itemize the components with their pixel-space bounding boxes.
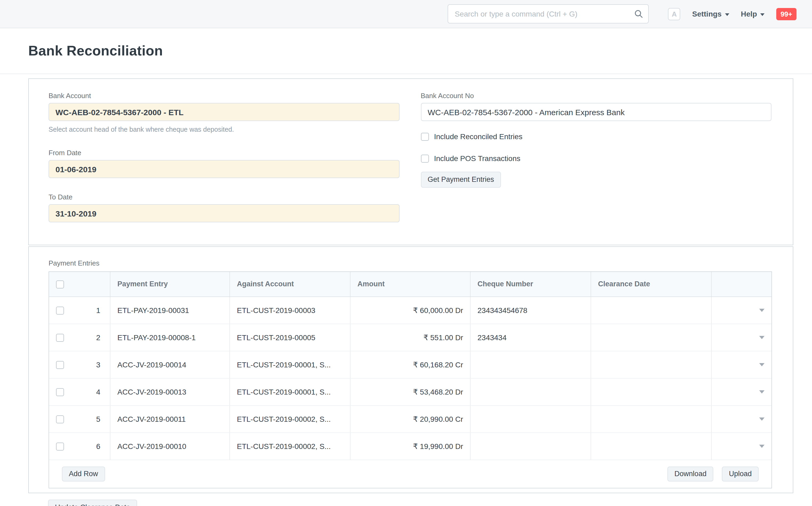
row-actions-cell [711, 324, 771, 351]
cheque-number-cell[interactable] [470, 433, 591, 459]
payment-entry-cell[interactable]: ETL-PAY-2019-00031 [110, 297, 229, 324]
amount-cell[interactable]: ₹ 60,000.00 Dr [350, 297, 470, 324]
include-pos-row: Include POS Transactions [421, 154, 771, 163]
bank-account-input[interactable] [49, 103, 399, 121]
cheque-number-cell[interactable] [470, 351, 591, 378]
row-index: 5 [96, 406, 100, 432]
include-reconciled-row: Include Reconciled Entries [421, 132, 771, 141]
payment-entry-cell[interactable]: ETL-PAY-2019-00008-1 [110, 324, 229, 351]
clearance-date-cell[interactable] [591, 406, 711, 432]
row-index: 1 [96, 297, 100, 324]
table-row: 6 ACC-JV-2019-00010 ETL-CUST-2019-00002,… [49, 433, 771, 460]
grid-header-row: Payment Entry Against Account Amount Che… [49, 272, 771, 297]
row-index: 3 [96, 351, 100, 378]
row-expand-chevron-icon[interactable] [759, 390, 764, 394]
settings-menu[interactable]: Settings [692, 10, 729, 18]
row-actions-cell [711, 351, 771, 378]
page-header: Bank Reconciliation [0, 28, 812, 74]
col-header-actions [711, 272, 771, 297]
row-actions-cell [711, 433, 771, 459]
row-checkbox[interactable] [56, 442, 64, 450]
to-date-input[interactable] [49, 204, 399, 223]
cheque-number-cell[interactable]: 234343454678 [470, 297, 591, 324]
amount-cell[interactable]: ₹ 60,168.20 Cr [350, 351, 470, 378]
grid-body: 1 ETL-PAY-2019-00031 ETL-CUST-2019-00003… [49, 297, 771, 460]
help-menu[interactable]: Help [741, 10, 764, 18]
col-header-against-account: Against Account [229, 272, 350, 297]
row-select-cell: 6 [49, 433, 110, 459]
bank-reconciliation-screen: A Settings Help 99+ Bank Reconciliation … [0, 0, 812, 506]
row-checkbox[interactable] [56, 361, 64, 369]
page-title: Bank Reconciliation [28, 43, 163, 59]
bank-account-label: Bank Account [49, 92, 399, 100]
bank-account-no-input[interactable] [421, 103, 771, 121]
payment-entries-grid: Payment Entry Against Account Amount Che… [49, 271, 772, 488]
payment-entries-label: Payment Entries [49, 259, 772, 267]
payment-entry-cell[interactable]: ACC-JV-2019-00013 [110, 378, 229, 405]
row-expand-chevron-icon[interactable] [759, 363, 764, 366]
amount-cell[interactable]: ₹ 551.00 Dr [350, 324, 470, 351]
add-row-button[interactable]: Add Row [62, 467, 105, 481]
notifications-badge[interactable]: 99+ [776, 8, 797, 20]
row-select-cell: 4 [49, 378, 110, 405]
against-account-cell[interactable]: ETL-CUST-2019-00003 [229, 297, 350, 324]
amount-cell[interactable]: ₹ 19,990.00 Dr [350, 433, 470, 459]
against-account-cell[interactable]: ETL-CUST-2019-00002, S... [229, 433, 350, 459]
cheque-number-cell[interactable] [470, 378, 591, 405]
from-date-input[interactable] [49, 160, 399, 178]
against-account-cell[interactable]: ETL-CUST-2019-00001, S... [229, 378, 350, 405]
row-select-cell: 3 [49, 351, 110, 378]
include-pos-checkbox[interactable] [421, 154, 429, 162]
payment-entry-cell[interactable]: ACC-JV-2019-00014 [110, 351, 229, 378]
col-header-payment-entry: Payment Entry [110, 272, 229, 297]
settings-menu-label: Settings [692, 10, 722, 18]
include-reconciled-checkbox[interactable] [421, 133, 429, 141]
row-index: 6 [96, 433, 100, 459]
table-row: 2 ETL-PAY-2019-00008-1 ETL-CUST-2019-000… [49, 324, 771, 351]
col-header-cheque-number: Cheque Number [470, 272, 591, 297]
payment-entry-cell[interactable]: ACC-JV-2019-00011 [110, 406, 229, 432]
row-select-cell: 5 [49, 406, 110, 432]
row-expand-chevron-icon[interactable] [759, 418, 764, 421]
payment-entries-card: Payment Entries Payment Entry Against Ac… [28, 246, 793, 493]
cheque-number-cell[interactable]: 2343434 [470, 324, 591, 351]
against-account-cell[interactable]: ETL-CUST-2019-00002, S... [229, 406, 350, 432]
clearance-date-cell[interactable] [591, 378, 711, 405]
amount-cell[interactable]: ₹ 20,990.00 Cr [350, 406, 470, 432]
row-expand-chevron-icon[interactable] [759, 445, 764, 448]
against-account-cell[interactable]: ETL-CUST-2019-00001, S... [229, 351, 350, 378]
against-account-cell[interactable]: ETL-CUST-2019-00005 [229, 324, 350, 351]
top-navbar: A Settings Help 99+ [0, 0, 812, 28]
search-input[interactable] [448, 4, 649, 23]
row-checkbox[interactable] [56, 334, 64, 341]
download-button[interactable]: Download [667, 467, 713, 481]
table-row: 3 ACC-JV-2019-00014 ETL-CUST-2019-00001,… [49, 351, 771, 378]
amount-cell[interactable]: ₹ 53,468.20 Dr [350, 378, 470, 405]
row-actions-cell [711, 297, 771, 324]
col-header-clearance-date: Clearance Date [591, 272, 711, 297]
global-search[interactable] [448, 4, 649, 23]
clearance-date-cell[interactable] [591, 324, 711, 351]
row-index: 2 [96, 324, 100, 351]
payment-entry-cell[interactable]: ACC-JV-2019-00010 [110, 433, 229, 459]
grid-footer: Add Row Download Upload [49, 460, 771, 488]
get-payment-entries-button[interactable]: Get Payment Entries [421, 172, 501, 187]
row-checkbox[interactable] [56, 388, 64, 396]
row-checkbox[interactable] [56, 415, 64, 423]
cheque-number-cell[interactable] [470, 406, 591, 432]
row-checkbox[interactable] [56, 306, 64, 314]
clearance-date-cell[interactable] [591, 433, 711, 459]
table-row: 5 ACC-JV-2019-00011 ETL-CUST-2019-00002,… [49, 406, 771, 433]
select-all-checkbox[interactable] [56, 280, 64, 288]
clearance-date-cell[interactable] [591, 351, 711, 378]
row-expand-chevron-icon[interactable] [759, 309, 764, 312]
grid-header-select-cell [49, 272, 110, 297]
update-clearance-date-button[interactable]: Update Clearance Date [48, 500, 137, 506]
from-date-label: From Date [49, 149, 399, 157]
app-icon[interactable]: A [668, 8, 680, 20]
filters-right-column: Bank Account No Include Reconciled Entri… [421, 92, 771, 226]
clearance-date-cell[interactable] [591, 297, 711, 324]
row-expand-chevron-icon[interactable] [759, 336, 764, 339]
bank-account-no-label: Bank Account No [421, 92, 771, 100]
upload-button[interactable]: Upload [722, 467, 759, 481]
